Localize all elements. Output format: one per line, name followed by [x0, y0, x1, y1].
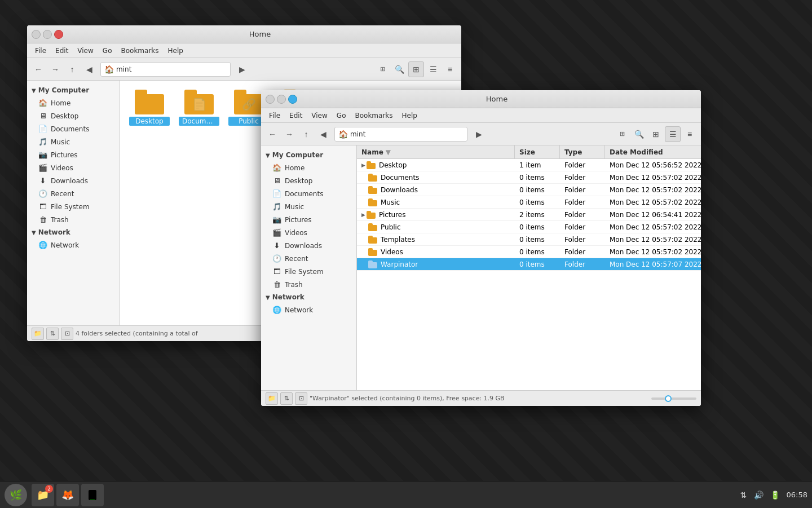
- volume-indicator[interactable]: 🔊: [754, 491, 764, 500]
- search-btn-1[interactable]: 🔍: [391, 61, 407, 77]
- location-bar-1[interactable]: 🏠 mint: [100, 62, 231, 77]
- menu-edit-1[interactable]: Edit: [51, 46, 73, 56]
- search-btn-2[interactable]: 🔍: [631, 126, 647, 142]
- forward-button-1[interactable]: →: [47, 61, 63, 77]
- up-button-2[interactable]: ↑: [298, 126, 314, 142]
- file-row-warpinator[interactable]: Warpinator0 itemsFolderMon Dec 12 05:57:…: [357, 258, 701, 271]
- expand-arrow-pictures[interactable]: ▶: [361, 212, 365, 218]
- minimize-button-2[interactable]: —: [266, 95, 275, 104]
- sidebar-item-home-2[interactable]: 🏠 Home: [261, 161, 356, 174]
- sidebar-item-music-2[interactable]: 🎵 Music: [261, 200, 356, 213]
- statusbar-btn-2c[interactable]: ⊡: [295, 392, 307, 405]
- file-row-videos[interactable]: Videos0 itemsFolderMon Dec 12 05:57:02 2…: [357, 246, 701, 258]
- header-size-2[interactable]: Size: [515, 145, 560, 158]
- file-row-downloads[interactable]: Downloads0 itemsFolderMon Dec 12 05:57:0…: [357, 184, 701, 196]
- statusbar-btn-1a[interactable]: 📁: [32, 328, 44, 340]
- taskbar-item-firefox[interactable]: 🦊: [56, 484, 79, 506]
- menu-view-1[interactable]: View: [73, 46, 98, 56]
- statusbar-btn-2b[interactable]: ⇅: [280, 392, 293, 405]
- sidebar-item-network-1[interactable]: 🌐 Network: [27, 238, 120, 251]
- statusbar-btn-2a[interactable]: 📁: [266, 392, 278, 405]
- sidebar-section-mycomputer-2[interactable]: ▼ My Computer: [261, 149, 356, 161]
- sidebar-item-recent-1[interactable]: 🕐 Recent: [27, 187, 120, 200]
- location-toggle-right-2[interactable]: ▶: [471, 126, 487, 142]
- file-row-music[interactable]: Music0 itemsFolderMon Dec 12 05:57:02 20…: [357, 196, 701, 209]
- menu-help-2[interactable]: Help: [398, 111, 422, 121]
- filesystem-icon-1: 🗔: [38, 202, 47, 211]
- taskbar-item-files[interactable]: 📁 2: [32, 484, 54, 506]
- location-bar-2[interactable]: 🏠 mint: [334, 127, 467, 142]
- sidebar-section-mycomputer-1[interactable]: ▼ My Computer: [27, 84, 120, 96]
- close-button-2[interactable]: ✕: [288, 95, 297, 104]
- maximize-button-2[interactable]: □: [277, 95, 286, 104]
- sidebar-item-documents-2[interactable]: 📄 Documents: [261, 187, 356, 200]
- compact-view-btn-2[interactable]: ≡: [682, 126, 698, 142]
- back-button-1[interactable]: ←: [30, 61, 46, 77]
- start-button[interactable]: 🌿: [5, 484, 27, 506]
- file-row-desktop[interactable]: ▶Desktop1 itemFolderMon Dec 12 05:56:52 …: [357, 159, 701, 171]
- grid-view-btn-1[interactable]: ⊞: [408, 61, 424, 77]
- maximize-button-1[interactable]: □: [43, 30, 52, 39]
- menu-help-1[interactable]: Help: [164, 46, 188, 56]
- file-item-documents-1[interactable]: 📄 Documents: [176, 87, 222, 128]
- slider-track-2[interactable]: [651, 397, 696, 400]
- statusbar-btn-1b[interactable]: ⇅: [46, 328, 59, 340]
- sidebar-section-network-1[interactable]: ▼ Network: [27, 226, 120, 238]
- location-toggle-1[interactable]: ◀: [81, 61, 97, 77]
- sidebar-item-network-2[interactable]: 🌐 Network: [261, 303, 356, 316]
- sidebar-item-recent-2[interactable]: 🕐 Recent: [261, 252, 356, 265]
- sidebar-item-pictures-2[interactable]: 📷 Pictures: [261, 213, 356, 226]
- back-button-2[interactable]: ←: [264, 126, 280, 142]
- sidebar-item-filesystem-1[interactable]: 🗔 File System: [27, 200, 120, 213]
- up-button-1[interactable]: ↑: [64, 61, 80, 77]
- menu-go-2[interactable]: Go: [332, 111, 351, 121]
- taskbar-item-terminal[interactable]: _: [81, 484, 104, 506]
- sidebar-item-trash-2[interactable]: 🗑 Trash: [261, 278, 356, 291]
- menu-bookmarks-2[interactable]: Bookmarks: [350, 111, 397, 121]
- menu-view-2[interactable]: View: [307, 111, 332, 121]
- minimize-button-1[interactable]: —: [32, 30, 41, 39]
- menu-file-1[interactable]: File: [30, 46, 51, 56]
- list-view-btn-2[interactable]: ☰: [665, 126, 681, 142]
- sidebar-item-music-1[interactable]: 🎵 Music: [27, 135, 120, 148]
- zoom-btn-2[interactable]: ⊞: [614, 126, 630, 142]
- network-indicator[interactable]: ⇅: [740, 491, 747, 500]
- sidebar-item-trash-1[interactable]: 🗑 Trash: [27, 213, 120, 226]
- sidebar-item-pictures-1[interactable]: 📷 Pictures: [27, 148, 120, 161]
- header-name-2[interactable]: Name ▼: [357, 145, 515, 158]
- grid-view-btn-2[interactable]: ⊞: [648, 126, 664, 142]
- menu-go-1[interactable]: Go: [98, 46, 117, 56]
- sidebar-item-documents-1[interactable]: 📄 Documents: [27, 122, 120, 135]
- sidebar-section-network-2[interactable]: ▼ Network: [261, 291, 356, 303]
- zoom-btn-1[interactable]: ⊞: [374, 61, 390, 77]
- header-type-2[interactable]: Type: [560, 145, 605, 158]
- close-button-1[interactable]: ✕: [54, 30, 63, 39]
- sidebar-item-downloads-1[interactable]: ⬇ Downloads: [27, 174, 120, 187]
- slider-thumb-2[interactable]: [665, 395, 672, 402]
- file-row-pictures[interactable]: ▶Pictures2 itemsFolderMon Dec 12 06:54:4…: [357, 209, 701, 221]
- window-2: — □ ✕ Home File Edit View Go Bookmarks H…: [261, 90, 701, 406]
- compact-view-btn-1[interactable]: ≡: [442, 61, 458, 77]
- file-row-public[interactable]: Public0 itemsFolderMon Dec 12 05:57:02 2…: [357, 221, 701, 233]
- file-row-templates[interactable]: Templates0 itemsFolderMon Dec 12 05:57:0…: [357, 233, 701, 246]
- battery-indicator[interactable]: 🔋: [770, 491, 780, 500]
- forward-button-2[interactable]: →: [281, 126, 297, 142]
- sidebar-item-desktop-2[interactable]: 🖥 Desktop: [261, 174, 356, 187]
- expand-arrow-desktop[interactable]: ▶: [361, 162, 365, 168]
- location-toggle-2[interactable]: ◀: [315, 126, 331, 142]
- file-row-documents[interactable]: Documents0 itemsFolderMon Dec 12 05:57:0…: [357, 171, 701, 184]
- menu-file-2[interactable]: File: [264, 111, 285, 121]
- menu-bookmarks-1[interactable]: Bookmarks: [116, 46, 163, 56]
- file-item-desktop-1[interactable]: Desktop: [127, 87, 172, 128]
- header-date-2[interactable]: Date Modified: [605, 145, 701, 158]
- list-view-btn-1[interactable]: ☰: [425, 61, 441, 77]
- sidebar-item-downloads-2[interactable]: ⬇ Downloads: [261, 239, 356, 252]
- sidebar-item-filesystem-2[interactable]: 🗔 File System: [261, 265, 356, 278]
- sidebar-item-home-1[interactable]: 🏠 Home: [27, 96, 120, 109]
- statusbar-btn-1c[interactable]: ⊡: [61, 328, 73, 340]
- location-toggle-right-1[interactable]: ▶: [234, 61, 250, 77]
- sidebar-item-videos-2[interactable]: 🎬 Videos: [261, 226, 356, 239]
- sidebar-item-desktop-1[interactable]: 🖥 Desktop: [27, 109, 120, 122]
- sidebar-item-videos-1[interactable]: 🎬 Videos: [27, 161, 120, 174]
- menu-edit-2[interactable]: Edit: [285, 111, 307, 121]
